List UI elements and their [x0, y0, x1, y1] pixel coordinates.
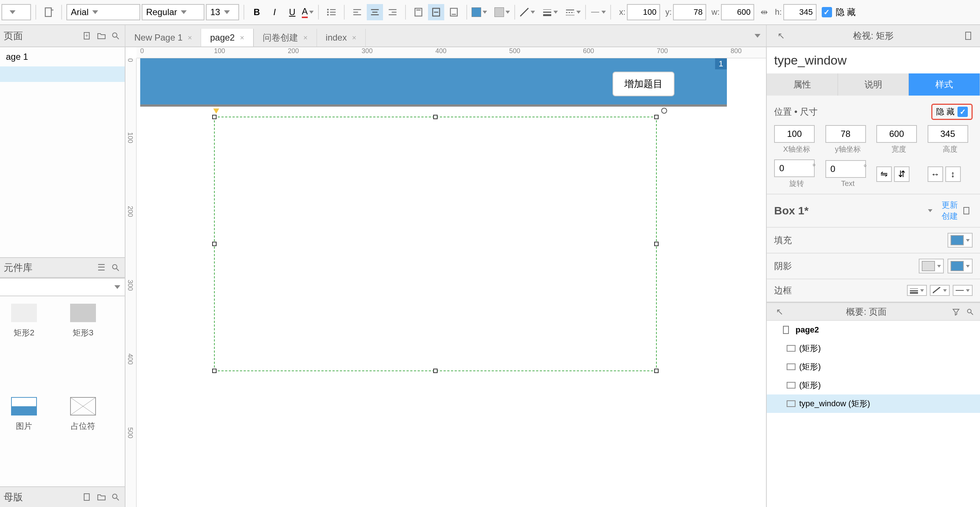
bullet-list-button[interactable]: [323, 4, 339, 20]
page-item-selected[interactable]: [0, 67, 125, 82]
add-master-folder-icon[interactable]: [96, 491, 107, 502]
insp-y-input[interactable]: [826, 125, 866, 143]
resize-handle-s[interactable]: [433, 369, 438, 373]
flip-vertical-button[interactable]: ⇵: [894, 167, 910, 182]
outline-item[interactable]: (矩形): [767, 376, 980, 394]
outline-search-icon[interactable]: [964, 306, 975, 317]
x-input[interactable]: [627, 4, 660, 20]
line-color-button[interactable]: [520, 4, 535, 20]
notes-icon[interactable]: [963, 30, 974, 41]
outline-filter-icon[interactable]: [950, 306, 962, 317]
line-style-button[interactable]: [565, 4, 581, 20]
outline-collapse-icon[interactable]: ↖: [774, 306, 785, 317]
resize-handle-e[interactable]: [654, 242, 659, 246]
valign-middle-button[interactable]: [428, 4, 444, 20]
resize-handle-sw[interactable]: [212, 369, 216, 373]
close-tab-icon[interactable]: ×: [188, 33, 192, 42]
resize-handle-w[interactable]: [212, 242, 216, 246]
outer-shadow-picker[interactable]: [948, 259, 973, 273]
italic-button[interactable]: I: [266, 4, 283, 20]
autofit-height-button[interactable]: ↕: [945, 167, 961, 182]
add-question-button[interactable]: 增加题目: [612, 72, 675, 96]
line-width-button[interactable]: [542, 4, 558, 20]
outline-item[interactable]: (矩形): [767, 358, 980, 376]
design-canvas[interactable]: 1 增加题目: [137, 58, 766, 507]
widget-rect3[interactable]: 矩形3: [63, 304, 103, 386]
align-center-button[interactable]: [367, 4, 383, 20]
close-tab-icon[interactable]: ×: [352, 33, 356, 42]
insp-x-input[interactable]: [774, 125, 815, 143]
outline-item[interactable]: type_window (矩形): [767, 394, 980, 413]
widget-name-field[interactable]: type_window: [767, 47, 980, 73]
hidden-toggle[interactable]: 隐 藏✓: [931, 104, 973, 120]
w-input[interactable]: [721, 4, 754, 20]
font-size-dropdown[interactable]: 13: [206, 4, 239, 20]
widget-image[interactable]: 图片: [4, 397, 44, 479]
arrow-style-button[interactable]: [590, 4, 606, 20]
insp-w-input[interactable]: [876, 125, 917, 143]
tabs-overflow-icon[interactable]: [752, 30, 763, 41]
rotation-handle[interactable]: [661, 108, 667, 114]
library-selector[interactable]: [0, 278, 125, 296]
style-dropdown-icon[interactable]: [925, 205, 936, 216]
font-family-dropdown[interactable]: Arial: [67, 4, 140, 20]
collapse-inspector-icon[interactable]: ↖: [776, 30, 787, 41]
page-tab[interactable]: index×: [317, 29, 366, 46]
close-tab-icon[interactable]: ×: [303, 33, 308, 42]
outline-root[interactable]: page2: [767, 321, 980, 339]
copy-style-icon[interactable]: [962, 205, 973, 216]
border-style-picker[interactable]: [953, 285, 973, 296]
border-color-picker[interactable]: [930, 285, 950, 296]
bold-button[interactable]: B: [249, 4, 265, 20]
zoom-dropdown[interactable]: [2, 4, 31, 20]
fill-color-picker[interactable]: [948, 233, 973, 248]
tab-properties[interactable]: 属性: [767, 73, 838, 95]
shadow-button[interactable]: [495, 4, 510, 20]
insp-text-rotation-input[interactable]: [826, 160, 866, 178]
create-style-link[interactable]: 创建: [942, 211, 958, 222]
underline-button[interactable]: U: [284, 4, 300, 20]
search-masters-icon[interactable]: [110, 491, 121, 502]
update-style-link[interactable]: 更新: [942, 200, 958, 211]
tab-notes[interactable]: 说明: [838, 73, 909, 95]
border-width-picker[interactable]: [907, 285, 927, 296]
font-weight-dropdown[interactable]: Regular: [142, 4, 204, 20]
page-item[interactable]: age 1: [0, 47, 125, 67]
close-tab-icon[interactable]: ×: [240, 33, 244, 42]
resize-handle-se[interactable]: [654, 369, 659, 373]
add-page-icon[interactable]: +: [82, 30, 93, 41]
y-input[interactable]: [673, 4, 706, 20]
search-pages-icon[interactable]: [110, 30, 121, 41]
lock-aspect-icon[interactable]: ⇹: [759, 6, 770, 18]
insp-rotation-input[interactable]: [774, 159, 815, 177]
widget-placeholder[interactable]: 占位符: [63, 397, 103, 479]
h-input[interactable]: [783, 4, 816, 20]
resize-handle-n[interactable]: [433, 115, 438, 119]
add-folder-icon[interactable]: [96, 30, 107, 41]
resize-handle-nw[interactable]: [212, 115, 216, 119]
corner-radius-handle[interactable]: [213, 108, 219, 114]
align-left-button[interactable]: [349, 4, 365, 20]
page-setup-icon[interactable]: [41, 4, 57, 20]
valign-bottom-button[interactable]: [446, 4, 462, 20]
tab-style[interactable]: 样式: [909, 73, 980, 95]
library-search-icon[interactable]: [110, 262, 121, 273]
add-master-icon[interactable]: [82, 491, 93, 502]
hidden-checkbox[interactable]: ✓: [822, 7, 832, 17]
widget-rect2[interactable]: 矩形2: [4, 304, 44, 386]
fill-color-button[interactable]: [472, 4, 487, 20]
outline-item[interactable]: (矩形): [767, 339, 980, 358]
page-tab[interactable]: 问卷创建×: [254, 29, 317, 46]
insp-h-input[interactable]: [928, 125, 968, 143]
inner-shadow-picker[interactable]: [919, 259, 944, 273]
align-right-button[interactable]: [385, 4, 401, 20]
text-color-button[interactable]: A: [302, 4, 313, 20]
flip-horizontal-button[interactable]: ⇋: [876, 167, 892, 182]
library-menu-icon[interactable]: ☰: [96, 262, 107, 273]
page-tab[interactable]: page2×: [201, 29, 253, 46]
autofit-width-button[interactable]: ↔: [928, 167, 943, 182]
page-tab[interactable]: New Page 1×: [126, 29, 201, 46]
valign-top-button[interactable]: [410, 4, 426, 20]
resize-handle-ne[interactable]: [654, 115, 659, 119]
selection-box[interactable]: [214, 117, 657, 371]
